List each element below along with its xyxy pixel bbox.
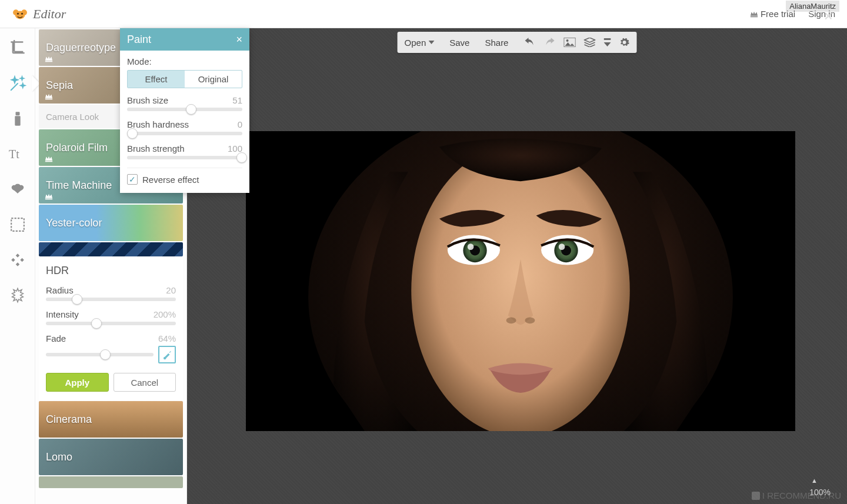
mode-effect-tab[interactable]: Effect: [128, 71, 185, 88]
crown-icon: [45, 55, 53, 62]
effect-yester-color[interactable]: Yester-color: [39, 205, 183, 241]
crown-icon: [45, 93, 53, 100]
undo-icon[interactable]: [523, 38, 535, 47]
monkey-icon: [12, 8, 28, 20]
collapse-icon[interactable]: [603, 38, 611, 46]
hdr-title: HDR: [46, 265, 176, 277]
fade-label: Fade: [46, 333, 66, 343]
paint-popup-header[interactable]: Paint ×: [120, 28, 249, 51]
effect-hdr-preview[interactable]: [39, 242, 183, 256]
svg-point-3: [17, 12, 19, 14]
app-header: Editor Free trial Sign in: [0, 0, 847, 28]
close-icon[interactable]: ×: [236, 34, 242, 46]
mode-original-tab[interactable]: Original: [185, 71, 242, 88]
svg-rect-8: [11, 218, 24, 231]
watermark-user: AlianaMauritz: [785, 0, 840, 12]
redo-icon[interactable]: [543, 38, 555, 47]
hdr-controls: HDR Radius20 Intensity200% Fade64% Apply…: [39, 258, 183, 400]
app-title: Editor: [33, 6, 66, 22]
canvas-toolbar: Open Save Share: [398, 32, 637, 53]
svg-point-23: [525, 318, 535, 324]
intensity-value: 200%: [154, 309, 176, 319]
brush-strength-slider[interactable]: [127, 156, 242, 159]
paint-popup-title: Paint: [127, 34, 151, 46]
crop-tool[interactable]: [8, 39, 27, 58]
svg-point-17: [468, 243, 474, 250]
radius-slider[interactable]: [46, 298, 176, 301]
brush-size-value: 51: [232, 95, 242, 105]
share-button[interactable]: Share: [485, 38, 508, 48]
brush-hardness-value: 0: [238, 119, 242, 129]
effect-lomo[interactable]: Lomo: [39, 439, 183, 475]
logo: Editor: [12, 6, 66, 22]
brush-hardness-label: Brush hardness: [127, 119, 189, 129]
radius-label: Radius: [46, 285, 74, 295]
intensity-label: Intensity: [46, 309, 79, 319]
svg-point-10: [566, 39, 568, 42]
effect-more[interactable]: [39, 476, 183, 488]
touchup-tool[interactable]: [8, 109, 27, 128]
mode-label: Mode:: [127, 56, 242, 66]
overlay-tool[interactable]: [8, 180, 27, 199]
reverse-checkbox[interactable]: ✓: [127, 174, 138, 185]
image-icon[interactable]: [563, 38, 575, 47]
open-button[interactable]: Open: [405, 38, 435, 48]
photo-canvas[interactable]: [246, 131, 795, 431]
brush-size-label: Brush size: [127, 95, 168, 105]
watermark-site: I RECOMMEND.RU: [752, 490, 841, 500]
svg-point-22: [506, 318, 516, 324]
photo-content: [246, 131, 795, 431]
tool-rail: Tt: [0, 28, 35, 504]
text-tool[interactable]: Tt: [8, 145, 27, 163]
svg-rect-5: [15, 112, 19, 115]
apply-button[interactable]: Apply: [46, 373, 109, 392]
themes-tool[interactable]: [8, 286, 27, 305]
effects-tool[interactable]: [8, 74, 27, 93]
brush-hardness-slider[interactable]: [127, 132, 242, 135]
zoom-arrow-icon: ▲: [811, 477, 818, 484]
radius-value: 20: [166, 285, 176, 295]
chevron-down-icon: [428, 41, 434, 44]
brush-strength-label: Brush strength: [127, 143, 185, 153]
fade-value: 64%: [158, 333, 176, 343]
save-button[interactable]: Save: [449, 38, 469, 48]
mode-segmented: Effect Original: [127, 70, 242, 88]
intensity-slider[interactable]: [46, 322, 176, 325]
cancel-button[interactable]: Cancel: [114, 373, 176, 392]
effect-cinerama[interactable]: Cinerama: [39, 401, 183, 438]
frames-tool[interactable]: [8, 215, 27, 234]
textures-tool[interactable]: [8, 251, 27, 269]
svg-point-4: [21, 12, 23, 14]
gear-icon[interactable]: [619, 37, 629, 48]
crown-icon: [45, 193, 53, 200]
layers-icon[interactable]: [583, 38, 595, 47]
paint-popup: Paint × Mode: Effect Original Brush size…: [120, 28, 249, 193]
paint-brush-button[interactable]: [158, 346, 176, 363]
reverse-label: Reverse effect: [142, 175, 199, 185]
svg-point-21: [559, 243, 565, 250]
brush-size-slider[interactable]: [127, 108, 242, 111]
svg-text:Tt: Tt: [9, 148, 19, 161]
thumb-up-icon: [752, 492, 760, 500]
fade-slider[interactable]: [46, 353, 154, 356]
svg-rect-6: [15, 116, 20, 125]
canvas-area: Open Save Share: [187, 28, 847, 504]
crown-icon: [45, 155, 53, 162]
crown-icon: [750, 11, 758, 18]
